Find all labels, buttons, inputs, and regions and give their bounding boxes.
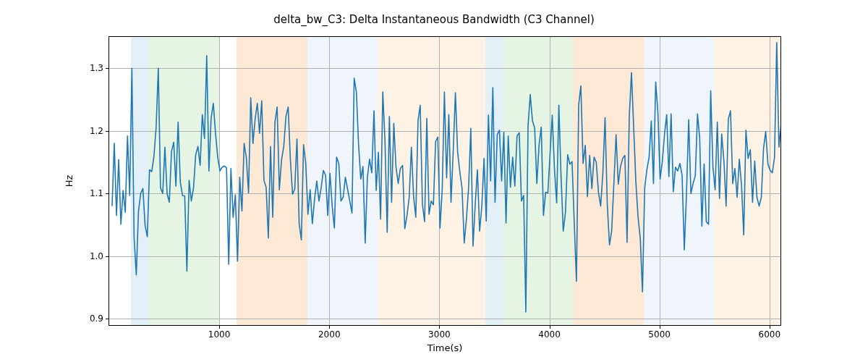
y-tick-label: 0.9 — [90, 313, 109, 324]
figure: delta_bw_C3: Delta Instantaneous Bandwid… — [0, 0, 868, 362]
chart-title: delta_bw_C3: Delta Instantaneous Bandwid… — [0, 13, 868, 26]
x-axis-label: Time(s) — [427, 325, 463, 353]
y-tick-label: 1.1 — [90, 188, 109, 198]
y-axis-label: Hz — [64, 175, 75, 188]
series-line — [112, 43, 780, 312]
x-tick-label: 5000 — [648, 325, 671, 340]
x-tick-label: 2000 — [318, 325, 341, 340]
axes: 100020003000400050006000 0.91.01.11.21.3… — [109, 36, 781, 326]
x-tick-label: 6000 — [759, 325, 781, 340]
y-tick-label: 1.0 — [90, 251, 109, 261]
y-tick-label: 1.2 — [90, 126, 109, 136]
y-tick-label: 1.3 — [90, 63, 109, 73]
plot-area — [109, 37, 780, 325]
x-tick-label: 4000 — [538, 325, 561, 340]
line-series-svg — [109, 37, 780, 325]
x-tick-label: 1000 — [208, 325, 231, 340]
